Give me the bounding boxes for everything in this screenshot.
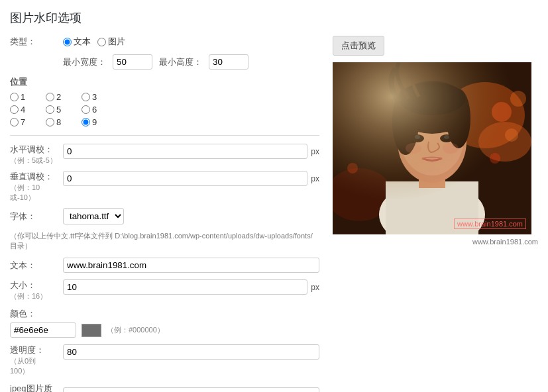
font-row: 字体： tahoma.ttf [10, 208, 319, 224]
position-2[interactable]: 2 [46, 92, 79, 102]
v-offset-unit: px [311, 174, 319, 183]
font-label: 字体： [10, 211, 63, 222]
min-width-input[interactable] [113, 54, 152, 70]
v-offset-label-col: 垂直调校： （例：10或-10） [10, 171, 63, 203]
color-swatch[interactable] [82, 324, 101, 337]
type-image-label: 图片 [108, 36, 125, 48]
size-inputs: 最小宽度： 最小高度： [63, 54, 248, 70]
font-select[interactable]: tahoma.ttf [63, 208, 124, 224]
position-4[interactable]: 4 [10, 105, 43, 115]
min-height-input[interactable] [209, 54, 248, 70]
left-panel: 类型： 文本 图片 最小宽度： 最 [10, 36, 319, 392]
position-8[interactable]: 8 [46, 117, 79, 127]
size-field-input[interactable] [63, 279, 307, 295]
position-7[interactable]: 7 [10, 117, 43, 127]
opacity-row: 透明度： （从0到 100） [10, 344, 319, 376]
pos6-radio[interactable] [82, 105, 90, 114]
type-text-radio[interactable] [63, 38, 72, 46]
color-row: 颜色： （例：#000000） [10, 308, 319, 338]
h-offset-input[interactable] [63, 144, 307, 159]
size-field-label: 大小： [10, 279, 63, 291]
type-text-option[interactable]: 文本 [63, 36, 91, 48]
preview-watermark: www.brain1981.com [454, 219, 526, 229]
min-width-label: 最小宽度： [63, 56, 106, 68]
size-field-label-col: 大小： （例：16） [10, 279, 63, 301]
preview-image-container: www.brain1981.com [333, 62, 531, 234]
v-offset-input-col: px [63, 171, 319, 186]
size-field-input-col: px [63, 279, 319, 295]
color-input-row: （例：#000000） [10, 322, 319, 338]
page-wrapper: 图片水印选项 类型： 文本 图片 [0, 0, 548, 392]
jpeg-row: jpeg图片质量： [10, 383, 319, 392]
position-label: 位置 [10, 76, 319, 88]
opacity-label-col: 透明度： （从0到 100） [10, 344, 63, 376]
text-input[interactable] [63, 258, 319, 273]
min-height-label: 最小高度： [159, 56, 202, 68]
pos5-radio[interactable] [46, 105, 54, 114]
type-image-radio[interactable] [97, 38, 106, 46]
svg-point-21 [505, 128, 518, 142]
pos1-radio[interactable] [10, 93, 19, 101]
h-offset-input-col: px [63, 144, 319, 159]
color-example: （例：#000000） [107, 325, 164, 335]
text-row: 文本： [10, 258, 319, 273]
h-offset-sub: （例：5或-5） [10, 156, 63, 166]
size-field-row: 大小： （例：16） px [10, 279, 319, 301]
website-credit: www.brain1981.com [333, 238, 538, 246]
svg-point-24 [347, 163, 358, 173]
h-offset-label: 水平调校： [10, 144, 63, 156]
pos1-label: 1 [21, 92, 25, 102]
svg-point-20 [492, 102, 512, 122]
font-note: （你可以上传中文.ttf字体文件到 D:\blog.brain1981.com/… [10, 231, 319, 251]
pos2-label: 2 [56, 92, 61, 102]
v-offset-input[interactable] [63, 171, 307, 186]
pos9-radio[interactable] [82, 118, 90, 126]
jpeg-input[interactable] [63, 387, 319, 393]
page-title: 图片水印选项 [10, 10, 538, 26]
position-6[interactable]: 6 [82, 105, 115, 115]
v-offset-row: 垂直调校： （例：10或-10） px [10, 171, 319, 203]
h-offset-row: 水平调校： （例：5或-5） px [10, 144, 319, 166]
opacity-sub2: （从0到 100） [10, 356, 63, 376]
pos9-label: 9 [92, 117, 97, 127]
color-text-input[interactable] [10, 322, 76, 338]
position-3[interactable]: 3 [82, 92, 115, 102]
color-label: 颜色： [10, 308, 319, 320]
pos3-radio[interactable] [82, 93, 90, 101]
preview-button[interactable]: 点击预览 [333, 36, 384, 56]
pos2-radio[interactable] [46, 93, 54, 101]
opacity-label: 透明度： [10, 344, 63, 356]
h-offset-label-col: 水平调校： （例：5或-5） [10, 144, 63, 166]
preview-image-svg [333, 62, 531, 234]
pos8-radio[interactable] [46, 118, 54, 126]
position-9[interactable]: 9 [82, 117, 115, 127]
text-label: 文本： [10, 260, 63, 271]
position-5[interactable]: 5 [46, 105, 79, 115]
type-label: 类型： [10, 36, 63, 48]
position-section: 位置 1 2 3 4 [10, 76, 319, 127]
main-layout: 类型： 文本 图片 最小宽度： 最 [10, 36, 538, 392]
size-unit: px [311, 283, 319, 292]
v-offset-label: 垂直调校： [10, 171, 63, 183]
svg-point-23 [510, 91, 526, 107]
pos8-label: 8 [56, 117, 61, 127]
pos7-radio[interactable] [10, 118, 19, 126]
opacity-input-col [63, 344, 319, 360]
type-image-option[interactable]: 图片 [97, 36, 125, 48]
position-grid: 1 2 3 4 5 [10, 92, 115, 127]
pos3-label: 3 [92, 92, 97, 102]
size-field-sub: （例：16） [10, 291, 63, 301]
right-panel: 点击预览 [333, 36, 538, 392]
pos5-label: 5 [56, 105, 61, 115]
pos6-label: 6 [92, 105, 97, 115]
pos4-label: 4 [21, 105, 25, 115]
v-offset-sub: （例：10或-10） [10, 183, 63, 203]
size-row: 最小宽度： 最小高度： [10, 54, 319, 70]
type-text-label: 文本 [74, 36, 91, 48]
svg-point-22 [490, 153, 500, 164]
pos7-label: 7 [21, 117, 25, 127]
position-1[interactable]: 1 [10, 92, 43, 102]
h-offset-unit: px [311, 147, 319, 156]
opacity-input[interactable] [63, 344, 319, 360]
pos4-radio[interactable] [10, 105, 19, 114]
